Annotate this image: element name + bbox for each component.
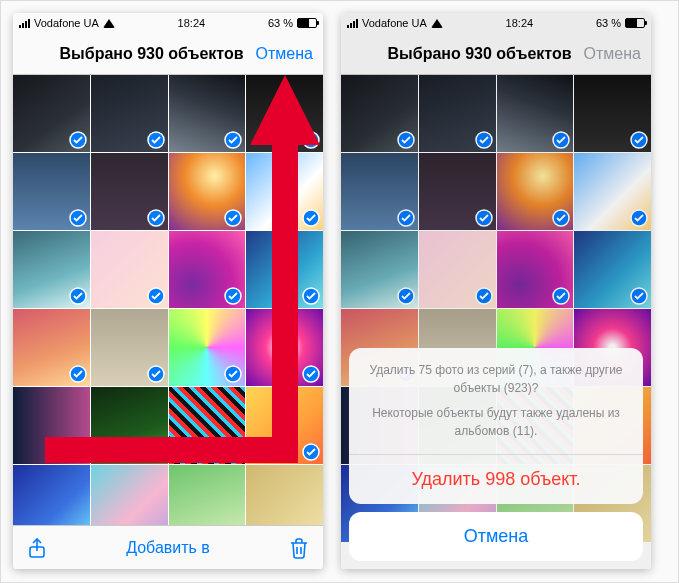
photo-thumb[interactable] (246, 387, 323, 464)
add-to-button[interactable]: Добавить в (126, 539, 210, 557)
clock-label: 18:24 (178, 17, 206, 29)
photo-thumb[interactable] (13, 75, 90, 152)
photo-thumb[interactable] (13, 231, 90, 308)
selected-check-icon (224, 365, 242, 383)
selected-check-icon (147, 209, 165, 227)
photo-thumb[interactable] (169, 75, 246, 152)
selected-check-icon (147, 443, 165, 461)
photo-thumb[interactable] (169, 153, 246, 230)
photo-thumb[interactable] (91, 309, 168, 386)
photo-thumb[interactable] (169, 387, 246, 464)
wifi-icon (103, 19, 115, 28)
photo-thumb[interactable] (169, 231, 246, 308)
cancel-button[interactable]: Отмена (256, 45, 313, 63)
selected-check-icon (69, 443, 87, 461)
selected-check-icon (147, 287, 165, 305)
carrier-label: Vodafone UA (34, 17, 99, 29)
sheet-message-line1: Удалить 75 фото из серий (7), а также др… (367, 362, 625, 397)
selected-check-icon (69, 287, 87, 305)
signal-icon (19, 18, 30, 28)
action-sheet-overlay: Удалить 75 фото из серий (7), а также др… (341, 13, 651, 569)
photo-thumb[interactable] (13, 465, 90, 525)
delete-button[interactable]: Удалить 998 объект. (349, 455, 643, 504)
selected-check-icon (224, 209, 242, 227)
photo-thumb[interactable] (246, 465, 323, 525)
selected-check-icon (224, 287, 242, 305)
selected-check-icon (224, 131, 242, 149)
phone-right: Vodafone UA 18:24 63 % Выбрано 930 объек… (341, 13, 651, 569)
action-sheet: Удалить 75 фото из серий (7), а также др… (349, 348, 643, 504)
selection-title: Выбрано 930 объектов (60, 45, 244, 63)
bottom-toolbar: Добавить в (13, 525, 323, 569)
selected-check-icon (302, 131, 320, 149)
photo-thumb[interactable] (13, 387, 90, 464)
photo-thumb[interactable] (246, 231, 323, 308)
photo-thumb[interactable] (91, 231, 168, 308)
phone-left: Vodafone UA 18:24 63 % Выбрано 930 объек… (13, 13, 323, 569)
photo-thumb[interactable] (13, 309, 90, 386)
photo-thumb[interactable] (169, 309, 246, 386)
selected-check-icon (302, 209, 320, 227)
photo-thumb[interactable] (91, 153, 168, 230)
photo-thumb[interactable] (246, 153, 323, 230)
selected-check-icon (69, 131, 87, 149)
sheet-message-line2: Некоторые объекты будут также удалены из… (367, 405, 625, 440)
share-icon[interactable] (25, 536, 49, 560)
photo-thumb[interactable] (246, 309, 323, 386)
selected-check-icon (224, 443, 242, 461)
nav-header: Выбрано 930 объектов Отмена (13, 33, 323, 75)
selected-check-icon (302, 365, 320, 383)
photo-thumb[interactable] (91, 75, 168, 152)
battery-icon (297, 18, 317, 28)
selected-check-icon (69, 209, 87, 227)
selected-check-icon (302, 287, 320, 305)
selected-check-icon (302, 443, 320, 461)
selected-check-icon (147, 131, 165, 149)
photo-thumb[interactable] (13, 153, 90, 230)
photo-grid[interactable] (13, 75, 323, 525)
photo-thumb[interactable] (169, 465, 246, 525)
photo-thumb[interactable] (91, 465, 168, 525)
trash-icon[interactable] (287, 536, 311, 560)
photo-thumb[interactable] (91, 387, 168, 464)
photo-thumb[interactable] (246, 75, 323, 152)
status-bar: Vodafone UA 18:24 63 % (13, 13, 323, 33)
sheet-cancel-button[interactable]: Отмена (349, 512, 643, 561)
battery-percent-label: 63 % (268, 17, 293, 29)
selected-check-icon (147, 365, 165, 383)
selected-check-icon (69, 365, 87, 383)
